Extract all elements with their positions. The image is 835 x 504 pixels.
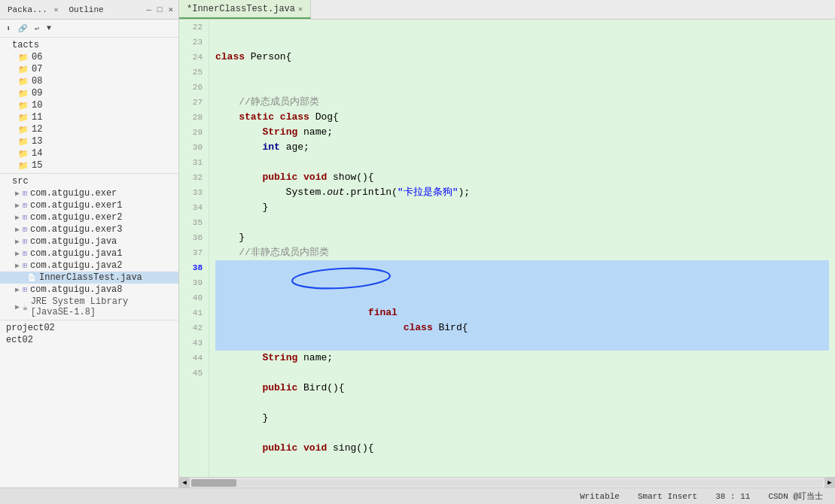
pkg-icon: ⊞ bbox=[23, 189, 27, 198]
pkg-icon: 📁 bbox=[18, 65, 29, 74]
code-line-23 bbox=[215, 35, 829, 50]
pkg-icon: ⊞ bbox=[23, 213, 27, 222]
tree-item-exer3[interactable]: ▶ ⊞ com.atguigu.exer3 bbox=[0, 223, 178, 235]
back-icon[interactable]: ↩ bbox=[32, 23, 42, 35]
pkg-icon: 📁 bbox=[18, 113, 29, 123]
tree-item-java8[interactable]: ▶ ⊞ com.atguigu.java8 bbox=[0, 284, 178, 296]
outline-tab[interactable]: Outline bbox=[64, 4, 108, 16]
editor-area: *InnerClassTest.java ✕ 22 23 24 25 26 27… bbox=[179, 0, 835, 487]
editor-tabs: *InnerClassTest.java ✕ bbox=[179, 0, 835, 20]
svg-point-0 bbox=[292, 266, 391, 291]
pkg-icon: 📁 bbox=[18, 77, 29, 87]
status-writable: Writable bbox=[577, 492, 623, 501]
expand-icon: ▶ bbox=[15, 201, 20, 210]
code-line-33: System.out.println("卡拉是条狗"); bbox=[215, 185, 829, 200]
editor-tab-innerclasstest[interactable]: *InnerClassTest.java ✕ bbox=[179, 0, 311, 19]
status-bar: Writable Smart Insert 38 : 11 CSDN @叮当士 bbox=[0, 487, 835, 504]
code-editor[interactable]: 22 23 24 25 26 27 28 29 30 31 32 33 34 3… bbox=[179, 20, 835, 477]
tree-item-exer[interactable]: ▶ ⊞ com.atguigu.exer bbox=[0, 187, 178, 199]
code-line-29: String name; bbox=[215, 125, 829, 140]
tree-item-java2[interactable]: ▶ ⊞ com.atguigu.java2 bbox=[0, 260, 178, 272]
tree-item-ect02[interactable]: ect02 bbox=[0, 334, 178, 346]
tree-item-exer1[interactable]: ▶ ⊞ com.atguigu.exer1 bbox=[0, 199, 178, 211]
code-line-35 bbox=[215, 215, 829, 230]
tree-item-12[interactable]: 📁 12 bbox=[0, 123, 178, 135]
tree-item-innerclasstest[interactable]: 📄 InnerClassTest.java bbox=[0, 272, 178, 284]
pkg-icon: 📁 bbox=[18, 161, 29, 171]
code-line-45: public void sing(){ bbox=[215, 441, 829, 456]
tree-item-13[interactable]: 📁 13 bbox=[0, 135, 178, 147]
tree-item-java1[interactable]: ▶ ⊞ com.atguigu.java1 bbox=[0, 247, 178, 260]
left-tree: tacts 📁 06 📁 07 📁 08 📁 09 📁 10 bbox=[0, 38, 178, 487]
tree-divider bbox=[0, 173, 178, 174]
editor-tab-close[interactable]: ✕ bbox=[298, 5, 303, 14]
tree-section-tacts: tacts bbox=[0, 39, 178, 51]
tree-item-jre[interactable]: ▶ ☕ JRE System Library [JavaSE-1.8] bbox=[0, 296, 178, 318]
tree-item-11[interactable]: 📁 11 bbox=[0, 111, 178, 123]
hscroll-track[interactable] bbox=[191, 479, 823, 487]
line-numbers: 22 23 24 25 26 27 28 29 30 31 32 33 34 3… bbox=[179, 20, 209, 477]
code-line-34: } bbox=[215, 200, 829, 215]
code-content[interactable]: class Person{ //静态成员内部类 static class Dog… bbox=[209, 20, 835, 477]
expand-icon: ▶ bbox=[15, 237, 20, 246]
code-line-26 bbox=[215, 80, 829, 95]
code-line-38: final class Bird{ bbox=[215, 260, 829, 351]
editor-hscroll: ◀ ▶ bbox=[179, 477, 835, 487]
view-menu-icon[interactable]: ▼ bbox=[44, 23, 54, 34]
left-panel-tabs: Packa... ✕ Outline — □ ✕ bbox=[0, 0, 178, 20]
code-line-42 bbox=[215, 396, 829, 411]
tree-item-14[interactable]: 📁 14 bbox=[0, 147, 178, 159]
link-with-editor-icon[interactable]: 🔗 bbox=[15, 23, 30, 35]
code-line-37: //非静态成员内部类 bbox=[215, 245, 829, 260]
expand-icon: ▶ bbox=[15, 213, 20, 222]
pkg-icon: ⊞ bbox=[23, 225, 27, 234]
code-line-31 bbox=[215, 155, 829, 170]
left-panel-toolbar: ⬇ 🔗 ↩ ▼ bbox=[0, 20, 178, 38]
pkg-icon: 📁 bbox=[18, 125, 29, 135]
pkg-icon: ⊞ bbox=[23, 285, 27, 294]
expand-icon: ▶ bbox=[15, 285, 20, 294]
tree-item-09[interactable]: 📁 09 bbox=[0, 87, 178, 99]
hscroll-left-arrow[interactable]: ◀ bbox=[179, 478, 190, 488]
status-csdn: CSDN @叮当士 bbox=[765, 490, 826, 502]
maximize-icon[interactable]: □ bbox=[155, 5, 165, 15]
pkg-icon: 📁 bbox=[18, 149, 29, 159]
tree-item-exer2[interactable]: ▶ ⊞ com.atguigu.exer2 bbox=[0, 211, 178, 223]
package-explorer-tab-close[interactable]: ✕ bbox=[53, 6, 58, 14]
code-line-41: public Bird(){ bbox=[215, 381, 829, 396]
tree-item-06[interactable]: 📁 06 bbox=[0, 51, 178, 63]
status-smart-insert: Smart Insert bbox=[635, 492, 700, 501]
minimize-icon[interactable]: — bbox=[144, 5, 154, 15]
pkg-icon: 📁 bbox=[18, 53, 29, 62]
tree-item-project02[interactable]: project02 bbox=[0, 322, 178, 334]
pkg-icon: 📁 bbox=[18, 89, 29, 99]
collapse-all-icon[interactable]: ⬇ bbox=[3, 23, 14, 35]
pkg-icon: 📁 bbox=[18, 137, 29, 147]
tree-item-07[interactable]: 📁 07 bbox=[0, 63, 178, 75]
tree-item-15[interactable]: 📁 15 bbox=[0, 159, 178, 172]
pkg-icon: ⊞ bbox=[23, 249, 27, 258]
code-line-28: static class Dog{ bbox=[215, 110, 829, 125]
tree-item-10[interactable]: 📁 10 bbox=[0, 99, 178, 111]
tree-section-src: src bbox=[0, 175, 178, 187]
pkg-icon: ⊞ bbox=[23, 261, 27, 270]
hscroll-right-arrow[interactable]: ▶ bbox=[824, 478, 835, 488]
code-line-36: } bbox=[215, 230, 829, 245]
left-panel: Packa... ✕ Outline — □ ✕ ⬇ 🔗 ↩ ▼ tacts 📁 bbox=[0, 0, 179, 487]
pkg-icon: ⊞ bbox=[23, 237, 27, 246]
package-explorer-tab[interactable]: Packa... ✕ bbox=[3, 4, 62, 16]
close-panel-icon[interactable]: ✕ bbox=[166, 4, 175, 15]
code-line-22 bbox=[215, 20, 829, 35]
code-line-40 bbox=[215, 366, 829, 381]
code-line-25 bbox=[215, 65, 829, 80]
main-layout: Packa... ✕ Outline — □ ✕ ⬇ 🔗 ↩ ▼ tacts 📁 bbox=[0, 0, 835, 487]
tree-divider2 bbox=[0, 320, 178, 320]
code-line-43: } bbox=[215, 411, 829, 426]
tree-item-java[interactable]: ▶ ⊞ com.atguigu.java bbox=[0, 235, 178, 247]
expand-icon: ▶ bbox=[15, 261, 20, 270]
tree-item-08[interactable]: 📁 08 bbox=[0, 75, 178, 87]
code-line-24: class Person{ bbox=[215, 50, 829, 65]
hscroll-thumb[interactable] bbox=[191, 479, 236, 487]
circle-annotation-wrap: final bbox=[297, 275, 398, 335]
code-line-39: String name; bbox=[215, 351, 829, 366]
